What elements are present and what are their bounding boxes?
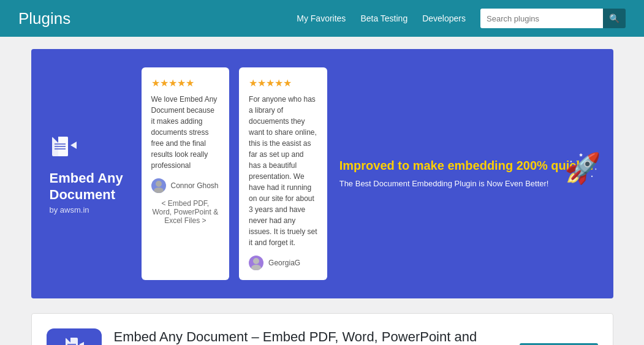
stars-2: ★★★★★: [249, 77, 317, 89]
plugin-row: Embed AnyDocument Embed Any Document – E…: [31, 313, 613, 345]
banner-left: Embed AnyDocument by awsm.in: [50, 133, 129, 214]
review-card-2: ★★★★★ For anyone who has a library of do…: [239, 67, 327, 280]
plugin-icon-symbol: [64, 336, 84, 345]
review-card-1: ★★★★★ We love Embed Any Document because…: [142, 67, 230, 280]
card-footer-1: < Embed PDF, Word, PowerPoint & Excel Fi…: [151, 199, 220, 225]
plugin-info: Embed Any Document – Embed PDF, Word, Po…: [114, 328, 508, 345]
svg-marker-6: [70, 142, 77, 149]
reviewer-name-2: GeorgiaG: [268, 259, 300, 267]
reviewer-avatar-1: [151, 178, 166, 193]
review-text-1: We love Embed Any Document because it ma…: [151, 94, 220, 171]
header: Plugins My Favorites Beta Testing Develo…: [0, 0, 644, 37]
reviewer-1: Connor Ghosh: [151, 178, 220, 193]
nav-favorites[interactable]: My Favorites: [297, 13, 346, 23]
review-text-2: For anyone who has a library of docuemen…: [249, 94, 317, 248]
banner-icon: [50, 133, 129, 165]
nav-beta[interactable]: Beta Testing: [360, 13, 407, 23]
plugin-icon-wrap: Embed AnyDocument: [47, 328, 102, 345]
header-title: Plugins: [18, 9, 70, 28]
banner: Embed AnyDocument by awsm.in ★★★★★ We lo…: [31, 49, 613, 298]
svg-point-10: [251, 265, 261, 270]
svg-point-9: [253, 258, 259, 264]
plugin-name: Embed Any Document – Embed PDF, Word, Po…: [114, 328, 508, 345]
rocket-icon: 🚀: [564, 151, 601, 186]
search-wrap: 🔍: [480, 9, 626, 28]
promo-sub: The Best Document Embedding Plugin is No…: [339, 178, 595, 189]
banner-by: by awsm.in: [50, 205, 129, 214]
review-cards: ★★★★★ We love Embed Any Document because…: [142, 67, 327, 280]
banner-promo: 🚀 Improved to make embedding 200% quicke…: [339, 157, 595, 189]
svg-point-8: [154, 188, 164, 193]
reviewer-name-1: Connor Ghosh: [171, 181, 219, 190]
search-input[interactable]: [480, 9, 603, 28]
search-button[interactable]: 🔍: [603, 9, 626, 28]
promo-headline: Improved to make embedding 200% quicker: [339, 157, 595, 173]
reviewer-2: GeorgiaG: [249, 256, 317, 270]
stars-1: ★★★★★: [151, 77, 220, 89]
banner-title: Embed AnyDocument: [50, 170, 129, 203]
svg-point-7: [156, 181, 162, 187]
reviewer-avatar-2: [249, 256, 263, 270]
svg-marker-16: [79, 342, 84, 345]
nav-developers[interactable]: Developers: [422, 13, 466, 23]
header-nav: My Favorites Beta Testing Developers 🔍: [297, 9, 626, 28]
